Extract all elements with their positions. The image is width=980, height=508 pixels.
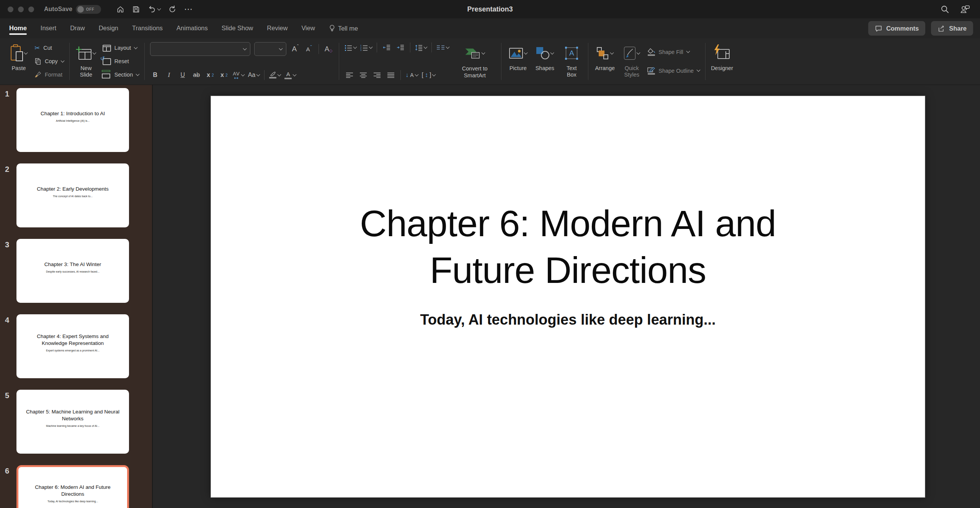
chevron-down-icon: [60, 59, 64, 62]
slide-title-text[interactable]: Chapter 6: Modern AI and Future Directio…: [319, 200, 817, 294]
lightning-bolt-icon: [714, 44, 720, 55]
comments-button[interactable]: Comments: [868, 21, 925, 36]
copy-button[interactable]: Copy: [34, 56, 64, 67]
tab-view[interactable]: View: [301, 19, 315, 38]
slide-thumbnail-4[interactable]: 4 Chapter 4: Expert Systems and Knowledg…: [0, 314, 152, 378]
reset-button[interactable]: ↺ Reset: [102, 56, 139, 67]
quick-styles-button[interactable]: Quick Styles: [621, 41, 643, 78]
font-size-select[interactable]: [254, 42, 286, 56]
shape-fill-button[interactable]: Shape Fill: [647, 47, 700, 57]
columns-button[interactable]: [436, 42, 449, 53]
underline-button[interactable]: U: [178, 70, 188, 80]
slide-thumbnail-card[interactable]: Chapter 3: The AI Winter Despite early s…: [16, 239, 129, 303]
strikethrough-button[interactable]: ab: [191, 70, 201, 80]
text-box-button-label: Text Box: [563, 65, 580, 78]
tab-slide-show[interactable]: Slide Show: [222, 19, 253, 38]
autosave-toggle[interactable]: OFF: [76, 5, 101, 14]
clear-formatting-button[interactable]: A◇: [323, 44, 333, 54]
character-spacing-button[interactable]: AV: [233, 70, 244, 80]
tab-review[interactable]: Review: [267, 19, 287, 38]
slide-thumbnail-card[interactable]: Chapter 5: Machine Learning and Neural N…: [16, 390, 129, 454]
shape-fill-icon: [647, 48, 655, 56]
superscript-button[interactable]: x2: [205, 70, 215, 80]
align-left-button[interactable]: [345, 70, 354, 80]
minimize-window-button[interactable]: [18, 7, 24, 12]
slide-thumbnail-1[interactable]: 1 Chapter 1: Introduction to AI Artifici…: [0, 88, 152, 152]
paste-clipboard-icon: [11, 45, 23, 61]
save-button[interactable]: [132, 5, 140, 13]
thumbnail-subtitle: The concept of AI dates back to...: [24, 195, 122, 198]
slide-thumbnail-card[interactable]: Chapter 1: Introduction to AI Artificial…: [16, 88, 129, 152]
arrange-button[interactable]: Arrange: [594, 41, 616, 72]
tab-design[interactable]: Design: [99, 19, 118, 38]
line-spacing-button[interactable]: [415, 42, 427, 53]
align-center-button[interactable]: [358, 70, 368, 80]
increase-indent-button[interactable]: [395, 42, 405, 53]
comment-bubble-icon: [875, 25, 882, 32]
new-slide-button[interactable]: + New Slide: [75, 41, 97, 78]
format-painter-button[interactable]: Format: [34, 69, 64, 80]
italic-button[interactable]: I: [164, 70, 174, 80]
text-box-button[interactable]: A Text Box: [560, 41, 583, 78]
cut-button[interactable]: ✂ Cut: [34, 42, 64, 53]
home-quick-button[interactable]: [116, 5, 124, 13]
highlight-color-button[interactable]: [269, 70, 281, 80]
feedback-button[interactable]: [960, 5, 970, 14]
chevron-down-icon: [256, 72, 260, 76]
undo-button[interactable]: [148, 5, 160, 13]
picture-button[interactable]: Picture: [507, 41, 529, 72]
layout-icon: [102, 44, 111, 52]
bold-button[interactable]: B: [150, 70, 160, 80]
increase-font-size-button[interactable]: Aˆ: [290, 44, 300, 54]
justify-button[interactable]: [386, 70, 396, 80]
tab-home[interactable]: Home: [9, 19, 27, 38]
more-commands-button[interactable]: ⋯: [184, 5, 193, 13]
align-text-vertical-button[interactable]: [ ↕ ]: [422, 70, 436, 80]
change-case-button[interactable]: Aa: [248, 70, 260, 80]
tab-draw[interactable]: Draw: [70, 19, 85, 38]
section-button[interactable]: Section: [102, 69, 139, 80]
font-name-select[interactable]: [150, 42, 250, 56]
undo-icon: [148, 5, 156, 13]
text-direction-button[interactable]: ↓ A: [405, 70, 418, 80]
shapes-button[interactable]: Shapes: [534, 41, 556, 72]
picture-icon: [509, 48, 523, 59]
bullets-button[interactable]: [345, 42, 356, 53]
designer-button[interactable]: Designer: [711, 41, 733, 72]
font-color-button[interactable]: A: [284, 70, 296, 80]
tab-insert[interactable]: Insert: [41, 19, 56, 38]
caret-down-icon: ˇ: [310, 44, 312, 50]
chevron-down-icon: [136, 72, 140, 76]
slide-thumbnail-6[interactable]: 6 Chapter 6: Modern AI and Future Direct…: [0, 465, 152, 508]
paste-button[interactable]: Paste: [8, 41, 30, 72]
numbering-button[interactable]: 123: [360, 42, 372, 53]
slides-group: + New Slide Layout ↺ Reset Section: [72, 41, 142, 82]
zoom-window-button[interactable]: [28, 7, 34, 12]
layout-button[interactable]: Layout: [102, 42, 139, 53]
current-slide[interactable]: Chapter 6: Modern AI and Future Directio…: [211, 96, 925, 498]
slide-thumbnail-5[interactable]: 5 Chapter 5: Machine Learning and Neural…: [0, 390, 152, 454]
slide-thumbnail-card[interactable]: Chapter 4: Expert Systems and Knowledge …: [16, 314, 129, 378]
tab-animations[interactable]: Animations: [176, 19, 208, 38]
search-button[interactable]: [940, 5, 949, 14]
arrange-group: Arrange Quick Styles Shape Fill: [591, 41, 703, 82]
shape-outline-button[interactable]: Shape Outline: [647, 65, 700, 76]
slide-thumbnail-2[interactable]: 2 Chapter 2: Early Developments The conc…: [0, 163, 152, 227]
arrange-icon: [597, 47, 609, 59]
slide-thumbnail-card-selected[interactable]: Chapter 6: Modern AI and Future Directio…: [16, 465, 129, 508]
autosave-control[interactable]: AutoSave OFF: [44, 5, 101, 14]
tab-transitions[interactable]: Transitions: [132, 19, 163, 38]
slide-thumbnail-3[interactable]: 3 Chapter 3: The AI Winter Despite early…: [0, 239, 152, 303]
decrease-font-size-button[interactable]: Aˇ: [304, 44, 314, 54]
share-button[interactable]: Share: [931, 21, 973, 36]
tab-tell-me[interactable]: Tell me: [329, 19, 358, 38]
tab-tell-me-label: Tell me: [338, 25, 358, 32]
align-right-button[interactable]: [372, 70, 382, 80]
slide-thumbnail-card[interactable]: Chapter 2: Early Developments The concep…: [16, 163, 129, 227]
convert-to-smartart-button[interactable]: Convert to SmartArt: [454, 41, 496, 79]
redo-button[interactable]: [168, 5, 176, 13]
close-window-button[interactable]: [8, 7, 13, 12]
subscript-button[interactable]: x2: [219, 70, 229, 80]
slide-subtitle-text[interactable]: Today, AI technologies like deep learnin…: [211, 312, 925, 328]
decrease-indent-button[interactable]: [382, 42, 392, 53]
